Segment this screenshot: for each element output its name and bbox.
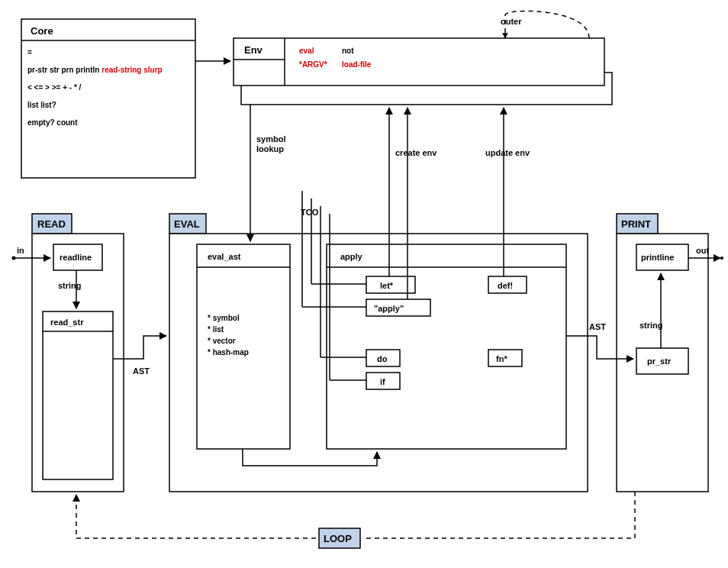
if-label: if xyxy=(380,377,385,386)
evalast-b1: * symbol xyxy=(208,314,240,322)
do-label: do xyxy=(377,354,388,363)
core-l4: list list? xyxy=(27,101,56,109)
eval-stage: EVAL eval_ast * symbol * list * vector *… xyxy=(169,214,588,492)
printline-label: printline xyxy=(641,253,674,262)
evalast-b2: * list xyxy=(208,325,224,334)
loop-title: LOOP xyxy=(324,533,352,544)
in-label: in xyxy=(17,246,24,255)
loop-box: LOOP xyxy=(319,528,360,548)
symbol-lookup-label: symbollookup xyxy=(256,134,286,153)
env-eval: eval xyxy=(299,47,314,55)
core-title: Core xyxy=(31,25,53,37)
svg-point-19 xyxy=(720,257,723,260)
read-title: READ xyxy=(37,218,66,230)
eval-title: EVAL xyxy=(174,218,200,230)
evalast-b4: * hash-map xyxy=(208,348,249,357)
print-stage: PRINT printline pr_str xyxy=(617,214,708,492)
core-l5: empty? count xyxy=(27,118,78,127)
evalast-b3: * vector xyxy=(208,337,236,345)
pr-str-label: pr_str xyxy=(647,357,672,366)
create-env-label: create env xyxy=(395,148,437,157)
eval-ast-label: eval_ast xyxy=(208,252,241,261)
ast1-label: AST xyxy=(133,366,150,376)
apply-label: apply xyxy=(340,252,363,261)
fn-label: fn* xyxy=(496,354,507,363)
env-loadfile: load-file xyxy=(342,60,372,69)
svg-rect-1 xyxy=(21,19,195,178)
core-l1: = xyxy=(27,48,32,56)
tco-label: TCO xyxy=(301,208,319,217)
applyq-label: "apply" xyxy=(374,304,404,313)
read-string-label: string xyxy=(58,281,82,290)
let-label: let* xyxy=(380,281,394,290)
env-box: Env eval *ARGV* not load-file xyxy=(234,38,612,105)
print-title: PRINT xyxy=(621,218,651,230)
core-l3: < <= > >= + - * / xyxy=(27,83,82,92)
read-str-box xyxy=(43,311,113,479)
out-label: out xyxy=(696,246,709,255)
svg-rect-4 xyxy=(234,38,604,86)
def-label: def! xyxy=(498,281,513,290)
apply-box xyxy=(327,244,566,449)
eval-ast-box xyxy=(197,244,290,449)
update-env-label: update env xyxy=(485,148,530,157)
env-argv: *ARGV* xyxy=(299,60,327,69)
loop-left xyxy=(76,495,316,538)
core-l2: pr-str str prn println read-string slurp xyxy=(27,66,163,74)
env-title: Env xyxy=(244,44,263,56)
read-stage: READ readline read_str xyxy=(32,214,124,492)
core-box: Core = pr-str str prn println read-strin… xyxy=(21,19,195,178)
read-str-label: read_str xyxy=(50,318,84,327)
ast2-label: AST xyxy=(589,322,606,331)
loop-right xyxy=(363,492,635,538)
env-not: not xyxy=(342,47,354,55)
outer-label: outer xyxy=(501,17,522,26)
readline-label: readline xyxy=(60,253,92,262)
print-string-label: string xyxy=(639,321,663,330)
